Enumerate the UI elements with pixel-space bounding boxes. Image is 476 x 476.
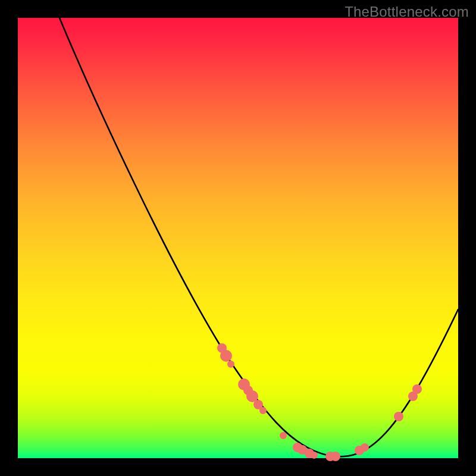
marker-point (394, 412, 403, 421)
chart-svg (18, 18, 458, 458)
markers-group (217, 343, 422, 461)
marker-point (361, 443, 369, 452)
marker-point (227, 361, 234, 368)
watermark-text: TheBottleneck.com (345, 4, 469, 20)
marker-point (259, 407, 267, 414)
marker-point (331, 452, 340, 461)
marker-point (412, 384, 422, 394)
marker-point (311, 452, 318, 459)
marker-point (280, 432, 287, 439)
curve-line (60, 18, 458, 456)
chart-area (18, 18, 458, 458)
marker-point (220, 350, 232, 362)
